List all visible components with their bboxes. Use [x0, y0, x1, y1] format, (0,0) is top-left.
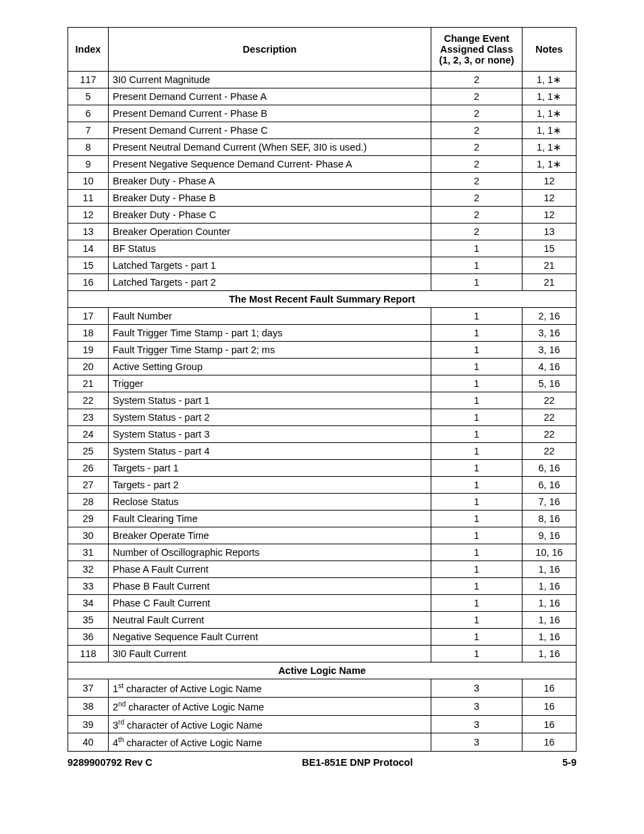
cell-index: 28 [68, 494, 109, 511]
cell-class: 1 [431, 460, 522, 477]
cell-notes: 6, 16 [522, 460, 576, 477]
page-footer: 9289900792 Rev C BE1-851E DNP Protocol 5… [68, 757, 576, 768]
table-row: 32Phase A Fault Current11, 16 [68, 561, 576, 578]
cell-description: Present Demand Current - Phase B [109, 105, 431, 122]
cell-notes: 1, 1∗ [522, 105, 576, 122]
cell-class: 2 [431, 122, 522, 139]
cell-notes: 22 [522, 392, 576, 409]
cell-notes: 16 [522, 715, 576, 733]
cell-description: Fault Trigger Time Stamp - part 2; ms [109, 342, 431, 359]
cell-class: 1 [431, 629, 522, 646]
cell-description: 1st character of Active Logic Name [109, 679, 431, 698]
cell-class: 1 [431, 426, 522, 443]
cell-notes: 1, 16 [522, 646, 576, 662]
cell-notes: 21 [522, 274, 576, 291]
cell-description: Breaker Duty - Phase B [109, 190, 431, 207]
table-row: 21Trigger15, 16 [68, 375, 576, 392]
cell-notes: 1, 1∗ [522, 88, 576, 105]
cell-description: Fault Number [109, 308, 431, 325]
table-row: 31Number of Oscillographic Reports110, 1… [68, 544, 576, 561]
table-row: 7Present Demand Current - Phase C21, 1∗ [68, 122, 576, 139]
cell-description: Present Demand Current - Phase A [109, 88, 431, 105]
cell-class: 2 [431, 105, 522, 122]
cell-index: 30 [68, 527, 109, 544]
cell-class: 2 [431, 156, 522, 173]
cell-description: Active Setting Group [109, 359, 431, 375]
cell-class: 1 [431, 544, 522, 561]
cell-notes: 1, 16 [522, 595, 576, 612]
cell-index: 8 [68, 139, 109, 156]
table-row: 17Fault Number12, 16 [68, 308, 576, 325]
cell-index: 39 [68, 715, 109, 733]
cell-notes: 3, 16 [522, 342, 576, 359]
cell-notes: 16 [522, 733, 576, 752]
table-row: 29Fault Clearing Time18, 16 [68, 511, 576, 527]
cell-index: 14 [68, 240, 109, 257]
cell-description: System Status - part 1 [109, 392, 431, 409]
cell-index: 6 [68, 105, 109, 122]
cell-notes: 7, 16 [522, 494, 576, 511]
cell-index: 38 [68, 697, 109, 715]
table-row: 30Breaker Operate Time19, 16 [68, 527, 576, 544]
cell-class: 1 [431, 308, 522, 325]
table-row: 20Active Setting Group14, 16 [68, 359, 576, 375]
table-row: 23System Status - part 2122 [68, 409, 576, 426]
cell-index: 32 [68, 561, 109, 578]
cell-notes: 22 [522, 426, 576, 443]
cell-description: Negative Sequence Fault Current [109, 629, 431, 646]
cell-notes: 22 [522, 409, 576, 426]
cell-notes: 4, 16 [522, 359, 576, 375]
cell-index: 20 [68, 359, 109, 375]
table-row: 24System Status - part 3122 [68, 426, 576, 443]
cell-notes: 1, 1∗ [522, 122, 576, 139]
cell-index: 21 [68, 375, 109, 392]
cell-description: Trigger [109, 375, 431, 392]
cell-class: 1 [431, 240, 522, 257]
cell-description: System Status - part 3 [109, 426, 431, 443]
cell-class: 1 [431, 257, 522, 274]
cell-description: Breaker Duty - Phase A [109, 173, 431, 190]
table-row: 5Present Demand Current - Phase A21, 1∗ [68, 88, 576, 105]
table-row: 10Breaker Duty - Phase A212 [68, 173, 576, 190]
cell-notes: 1, 16 [522, 629, 576, 646]
table-row: 16Latched Targets - part 2121 [68, 274, 576, 291]
cell-class: 1 [431, 325, 522, 342]
cell-notes: 10, 16 [522, 544, 576, 561]
cell-class: 1 [431, 375, 522, 392]
cell-class: 3 [431, 697, 522, 715]
table-header-row: Index Description Change Event Assigned … [68, 28, 576, 72]
footer-page-number: 5-9 [562, 757, 576, 768]
header-description: Description [109, 28, 431, 72]
cell-description: Present Neutral Demand Current (When SEF… [109, 139, 431, 156]
cell-notes: 22 [522, 443, 576, 460]
cell-index: 7 [68, 122, 109, 139]
section-title: Active Logic Name [68, 662, 576, 679]
cell-class: 1 [431, 274, 522, 291]
cell-notes: 1, 1∗ [522, 156, 576, 173]
cell-notes: 1, 1∗ [522, 139, 576, 156]
table-row: 25System Status - part 4122 [68, 443, 576, 460]
cell-class: 1 [431, 561, 522, 578]
cell-description: 3I0 Current Magnitude [109, 72, 431, 88]
cell-class: 2 [431, 224, 522, 240]
cell-index: 18 [68, 325, 109, 342]
cell-class: 1 [431, 612, 522, 629]
cell-index: 35 [68, 612, 109, 629]
cell-description: 4th character of Active Logic Name [109, 733, 431, 752]
cell-index: 31 [68, 544, 109, 561]
cell-class: 2 [431, 139, 522, 156]
cell-index: 16 [68, 274, 109, 291]
cell-description: Neutral Fault Current [109, 612, 431, 629]
cell-notes: 16 [522, 679, 576, 698]
table-row: 33Phase B Fault Current11, 16 [68, 578, 576, 595]
table-row: 12Breaker Duty - Phase C212 [68, 207, 576, 224]
cell-description: System Status - part 4 [109, 443, 431, 460]
cell-notes: 3, 16 [522, 325, 576, 342]
cell-description: Present Demand Current - Phase C [109, 122, 431, 139]
cell-notes: 2, 16 [522, 308, 576, 325]
cell-index: 12 [68, 207, 109, 224]
cell-description: 3I0 Fault Current [109, 646, 431, 662]
dnp-table: Index Description Change Event Assigned … [68, 27, 576, 752]
cell-notes: 9, 16 [522, 527, 576, 544]
cell-class: 2 [431, 207, 522, 224]
